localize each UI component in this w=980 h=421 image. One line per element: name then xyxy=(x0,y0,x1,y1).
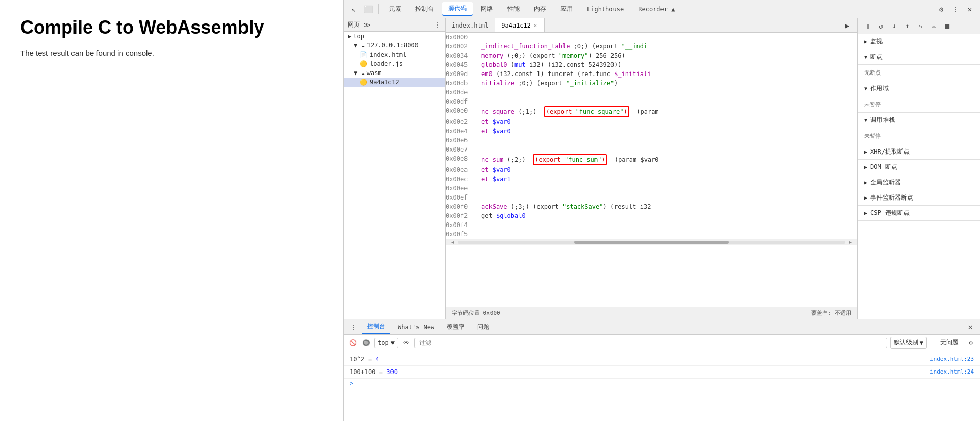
source-status-position: 字节码位置 0x000 xyxy=(452,309,500,317)
more-options-icon[interactable]: ⋮ xyxy=(949,3,962,15)
console-tab-whats-new[interactable]: What's New xyxy=(393,321,439,333)
console-level-label: 默认级别 xyxy=(894,338,918,347)
devtools-main-area: 网页 ≫ ⋮ ▶ top ▼ ☁ 127.0.0.1:8000 📄 index.… xyxy=(344,18,980,319)
tree-item-wasm-folder[interactable]: ▼ ☁ wasm xyxy=(344,68,445,78)
debug-section-watch[interactable]: ▶ 监视 xyxy=(858,34,980,49)
debug-stepover-btn[interactable]: ⬇ xyxy=(889,20,900,32)
debug-section-breakpoints[interactable]: ▼ 断点 xyxy=(858,49,980,65)
debug-stop-btn[interactable]: ⏹ xyxy=(942,20,953,32)
source-status-coverage: 覆盖率: 不适用 xyxy=(811,309,851,317)
tree-item-wasm-file-label: 9a4a1c12 xyxy=(370,79,399,86)
debug-section-xhr[interactable]: ▶ XHR/提取断点 xyxy=(858,144,980,160)
code-line-stacksave: 0x00f0 ackSave (;3;) (export "stackSave"… xyxy=(446,202,857,211)
source-tab-wasm[interactable]: 9a4a1c12 ✕ xyxy=(495,18,545,32)
console-filter-input[interactable] xyxy=(414,338,887,348)
code-line-13: 0x00ea et $var0 xyxy=(446,165,857,175)
code-line-5: 0x009d em0 (i32.const 1) funcref (ref.fu… xyxy=(446,69,857,79)
close-devtools-icon[interactable]: ✕ xyxy=(964,3,976,15)
console-eye-icon[interactable]: 👁 xyxy=(401,338,411,348)
code-line-15: 0x00ee xyxy=(446,184,857,193)
code-line-1: 0x0000 xyxy=(446,33,857,42)
debug-section-dom[interactable]: ▶ DOM 断点 xyxy=(858,160,980,175)
cursor-icon[interactable]: ↖ xyxy=(348,3,360,15)
tree-item-index-html[interactable]: 📄 index.html xyxy=(344,50,445,59)
xhr-arrow-icon: ▶ xyxy=(864,149,867,155)
code-line-3: 0x0034 memory (;0;) (export "memory") 25… xyxy=(446,51,857,60)
tab-performance[interactable]: 性能 xyxy=(501,3,526,15)
device-toggle-icon[interactable]: ⬜ xyxy=(362,3,374,15)
tab-elements[interactable]: 元素 xyxy=(383,3,407,15)
console-line-1: 10^2 = 4 index.html:23 xyxy=(344,353,980,366)
code-line-18: 0x00f4 xyxy=(446,220,857,230)
debug-edit-btn[interactable]: ✏ xyxy=(928,20,940,32)
source-panel: index.html 9a4a1c12 ✕ ▶ 0x0000 xyxy=(446,18,857,319)
code-line-8: 0x00df xyxy=(446,97,857,106)
devtools-panel: ↖ ⬜ 元素 控制台 源代码 网络 性能 内存 应用 Lighthouse Re… xyxy=(343,0,980,421)
code-line-func-sum: 0x00e8 nc_sum (;2;) (export "func_sum") … xyxy=(446,154,857,165)
tab-memory[interactable]: 内存 xyxy=(528,3,552,15)
tab-lighthouse[interactable]: Lighthouse xyxy=(581,4,630,15)
console-filter-icon[interactable]: 🔘 xyxy=(361,338,371,348)
console-context-label: top xyxy=(378,339,389,346)
debug-stepinto-btn[interactable]: ⬆ xyxy=(902,20,913,32)
code-line-17: 0x00f2 get $global0 xyxy=(446,211,857,220)
global-listeners-section-label: 全局监听器 xyxy=(870,178,901,187)
settings-icon[interactable]: ⚙ xyxy=(935,3,947,15)
debug-section-global-listeners[interactable]: ▶ 全局监听器 xyxy=(858,175,980,190)
tab-sources[interactable]: 源代码 xyxy=(442,2,473,16)
tree-item-wasm-file[interactable]: 🟡 9a4a1c12 xyxy=(344,78,445,87)
source-content[interactable]: 0x0000 0x0002 _indirect_function_table ;… xyxy=(446,33,857,307)
console-source-ref-1[interactable]: index.html:23 xyxy=(930,354,974,364)
source-hscrollbar[interactable]: ◀ ▶ xyxy=(446,239,857,245)
console-prompt-icon: > xyxy=(350,380,353,387)
debug-section-callstack[interactable]: ▼ 调用堆栈 xyxy=(858,113,980,128)
scope-arrow-icon: ▼ xyxy=(864,86,867,91)
code-line-6: 0x00db nitialize ;0;) (export "_initiali… xyxy=(446,79,857,88)
tab-recorder[interactable]: Recorder ▲ xyxy=(632,4,681,15)
console-tab-console[interactable]: 控制台 xyxy=(362,320,390,334)
tree-item-server-label: 127.0.0.1:8000 xyxy=(367,42,419,49)
console-menu-icon[interactable]: ⋮ xyxy=(348,321,360,333)
scope-section-label: 作用域 xyxy=(870,84,889,93)
debug-refresh-btn[interactable]: ↺ xyxy=(875,20,887,32)
console-prompt-input[interactable] xyxy=(356,380,974,387)
tab-console[interactable]: 控制台 xyxy=(409,3,440,15)
tab-application[interactable]: 应用 xyxy=(554,3,579,15)
expand-more-icon[interactable]: ≫ xyxy=(364,21,371,29)
debug-pause-btn[interactable]: ⏸ xyxy=(862,20,873,32)
code-line-2: 0x0002 _indirect_function_table ;0;) (ex… xyxy=(446,42,857,51)
console-level-selector[interactable]: 默认级别 ▼ xyxy=(890,337,927,349)
console-settings-icon[interactable]: ⚙ xyxy=(966,338,976,348)
debug-section-event-listeners[interactable]: ▶ 事件监听器断点 xyxy=(858,190,980,206)
event-listeners-arrow-icon: ▶ xyxy=(864,195,867,201)
code-line-4: 0x0045 global0 (mut i32) (i32.const 5243… xyxy=(446,60,857,69)
source-status-bar: 字节码位置 0x000 覆盖率: 不适用 xyxy=(446,307,857,319)
debug-section-scope[interactable]: ▼ 作用域 xyxy=(858,81,980,96)
server-arrow-icon: ▼ ☁ xyxy=(354,42,365,49)
console-tab-coverage[interactable]: 覆盖率 xyxy=(442,320,470,333)
debug-stepout-btn[interactable]: ↪ xyxy=(915,20,926,32)
console-source-ref-2[interactable]: index.html:24 xyxy=(930,367,974,377)
console-tabs-bar: ⋮ 控制台 What's New 覆盖率 问题 ✕ xyxy=(344,319,980,335)
code-line-11: 0x00e6 xyxy=(446,136,857,145)
tree-item-loader-js[interactable]: 🟡 loader.js xyxy=(344,59,445,68)
source-play-icon[interactable]: ▶ xyxy=(841,19,853,32)
source-tab-index-html[interactable]: index.html xyxy=(446,18,495,32)
console-context-selector[interactable]: top ▼ xyxy=(374,338,398,348)
console-toolbar: 🚫 🔘 top ▼ 👁 默认级别 ▼ 无问题 ⚙ xyxy=(344,335,980,351)
breakpoints-arrow-icon: ▼ xyxy=(864,54,867,60)
file-tree-menu-icon[interactable]: ⋮ xyxy=(435,21,441,29)
console-clear-icon[interactable]: 🚫 xyxy=(348,338,358,348)
console-value-2: 300 xyxy=(386,368,398,376)
global-listeners-arrow-icon: ▶ xyxy=(864,180,867,185)
tab-network[interactable]: 网络 xyxy=(475,3,499,15)
tree-item-server[interactable]: ▼ ☁ 127.0.0.1:8000 xyxy=(344,41,445,50)
wasm-folder-arrow-icon: ▼ ☁ xyxy=(354,69,365,77)
tree-item-top[interactable]: ▶ top xyxy=(344,32,445,41)
console-tab-issues[interactable]: 问题 xyxy=(472,320,495,333)
source-tab-close-icon[interactable]: ✕ xyxy=(533,22,538,28)
console-close-icon[interactable]: ✕ xyxy=(965,321,976,333)
debug-section-csp[interactable]: ▶ CSP 违规断点 xyxy=(858,206,980,221)
left-panel: Compile C to WebAssembly The test result… xyxy=(0,0,343,421)
page-subtitle: The test result can be found in console. xyxy=(20,48,323,57)
